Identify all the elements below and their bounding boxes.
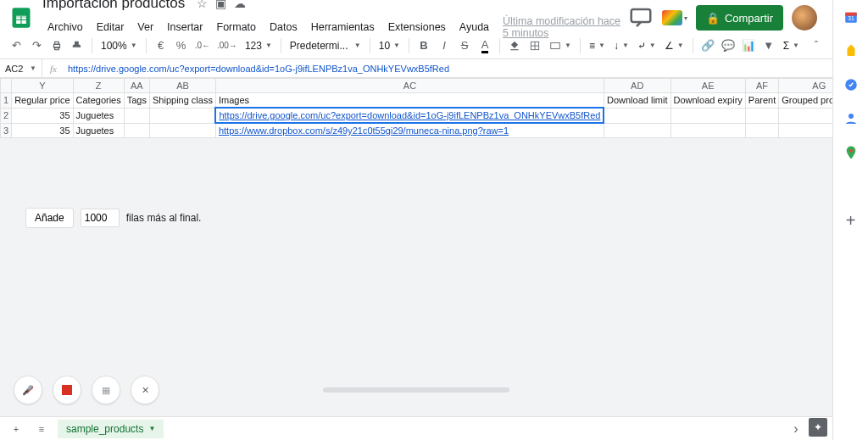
fillcolor-icon[interactable] [505, 36, 524, 55]
add-rows-button[interactable]: Añade [25, 208, 74, 228]
currency-icon[interactable]: € [152, 36, 170, 55]
col-header[interactable]: AA [124, 79, 149, 93]
cell[interactable] [150, 108, 216, 123]
comment-icon[interactable]: 💬 [719, 36, 737, 55]
cell[interactable]: Tags [124, 93, 149, 109]
valign-select[interactable]: ↓▼ [610, 40, 632, 52]
cell[interactable] [670, 123, 745, 138]
cell[interactable] [745, 123, 778, 138]
col-header[interactable]: AD [604, 79, 670, 93]
row-header[interactable]: 3 [1, 123, 12, 138]
undo-icon[interactable]: ↶ [7, 36, 25, 55]
keep-icon[interactable] [843, 42, 860, 59]
sheet-nav-icon[interactable]: › [787, 420, 805, 438]
col-header[interactable]: AC [215, 79, 604, 93]
move-icon[interactable]: ▣ [215, 0, 226, 10]
italic-icon[interactable]: I [435, 36, 453, 55]
cell[interactable] [779, 123, 832, 138]
percent-icon[interactable]: % [172, 36, 191, 55]
dec-more-icon[interactable]: .00→ [214, 36, 240, 55]
halign-select[interactable]: ≡▼ [586, 40, 609, 52]
grid-icon[interactable]: ▦ [92, 376, 120, 404]
cell-selected[interactable]: https://drive.google.com/uc?export=downl… [215, 108, 604, 123]
cell[interactable] [604, 108, 670, 123]
meet-icon[interactable]: ▾ [662, 5, 687, 31]
rotate-select[interactable]: ∠▼ [661, 40, 687, 52]
name-box[interactable]: AC2▼ [0, 59, 42, 77]
cell[interactable] [779, 108, 832, 123]
share-button[interactable]: 🔒 Compartir [696, 5, 783, 31]
cell[interactable]: Grouped products [779, 93, 832, 109]
borders-icon[interactable] [526, 36, 544, 55]
add-sheet-icon[interactable]: + [7, 420, 25, 438]
col-header[interactable]: Y [12, 79, 73, 93]
cell[interactable]: Regular price [12, 93, 73, 109]
cell[interactable] [745, 108, 778, 123]
cell[interactable] [604, 123, 670, 138]
explore-icon[interactable]: ✦ [809, 418, 827, 437]
formula-input[interactable] [64, 59, 832, 77]
col-header[interactable]: Z [73, 79, 124, 93]
zoom-select[interactable]: 100%▼ [97, 40, 141, 52]
font-select[interactable]: Predetermi...▼ [287, 40, 364, 52]
tasks-icon[interactable] [843, 76, 860, 93]
doc-title[interactable]: Importación productos [42, 0, 185, 12]
addons-icon[interactable]: + [843, 212, 860, 229]
dec-less-icon[interactable]: .0← [192, 36, 213, 55]
grid[interactable]: Y Z AA AB AC AD AE AF AG 1 Regular price… [0, 78, 832, 416]
cell[interactable]: 35 [12, 108, 73, 123]
cell[interactable]: Images [215, 93, 604, 109]
textcolor-icon[interactable]: A [476, 36, 494, 55]
cell[interactable]: Juguetes [73, 108, 124, 123]
select-all-corner[interactable] [1, 79, 12, 93]
col-header[interactable]: AE [670, 79, 745, 93]
chart-icon[interactable]: 📊 [739, 36, 758, 55]
cell[interactable]: Download expiry [670, 93, 745, 109]
cell[interactable]: Download limit [604, 93, 670, 109]
cell[interactable]: 35 [12, 123, 73, 138]
strike-icon[interactable]: S [455, 36, 474, 55]
bold-icon[interactable]: B [415, 36, 433, 55]
mic-off-icon[interactable]: 🎤̸ [14, 376, 42, 404]
close-icon[interactable]: ✕ [131, 376, 159, 404]
sheet-menu-icon[interactable]: ▼ [148, 425, 155, 432]
fontsize-select[interactable]: 10▼ [376, 40, 403, 52]
cell[interactable] [124, 108, 149, 123]
comments-icon[interactable] [628, 5, 654, 31]
cell[interactable] [670, 108, 745, 123]
cell[interactable]: Shipping class [150, 93, 216, 109]
cell[interactable]: https://www.dropbox.com/s/z49y21c0t55gi2… [215, 123, 604, 138]
star-icon[interactable]: ☆ [197, 0, 208, 10]
cell[interactable]: Parent [745, 93, 778, 109]
cloud-icon[interactable]: ☁ [234, 0, 246, 10]
horizontal-scrollbar[interactable] [323, 387, 509, 393]
filter-icon[interactable]: ▼ [760, 36, 778, 55]
cell[interactable]: Categories [73, 93, 124, 109]
redo-icon[interactable]: ↷ [27, 36, 46, 55]
numfmt-select[interactable]: 123▼ [242, 40, 275, 52]
row-header[interactable]: 1 [1, 93, 12, 109]
print-icon[interactable] [47, 36, 66, 55]
merge-select[interactable]: ▼ [546, 40, 575, 52]
wrap-select[interactable]: ⤶▼ [634, 40, 659, 52]
functions-select[interactable]: Σ▼ [780, 40, 803, 52]
col-header[interactable]: AG [779, 79, 832, 93]
cell[interactable] [150, 123, 216, 138]
toolbar-expand-icon[interactable]: ˆ [807, 36, 826, 55]
link-icon[interactable]: 🔗 [698, 36, 717, 55]
cell[interactable]: Juguetes [73, 123, 124, 138]
account-avatar[interactable] [792, 5, 817, 31]
sheet-tab[interactable]: sample_products ▼ [58, 420, 164, 438]
calendar-icon[interactable]: 31 [843, 8, 860, 25]
maps-icon[interactable] [843, 144, 860, 161]
col-header[interactable]: AF [745, 79, 778, 93]
col-header[interactable]: AB [150, 79, 216, 93]
sheets-logo[interactable] [7, 3, 36, 32]
contacts-icon[interactable] [843, 110, 860, 127]
row-header[interactable]: 2 [1, 108, 12, 123]
all-sheets-icon[interactable]: ≡ [32, 420, 51, 438]
paint-icon[interactable] [68, 36, 86, 55]
cell[interactable] [124, 123, 149, 138]
stop-record-icon[interactable] [53, 376, 81, 404]
add-rows-input[interactable] [81, 209, 120, 227]
